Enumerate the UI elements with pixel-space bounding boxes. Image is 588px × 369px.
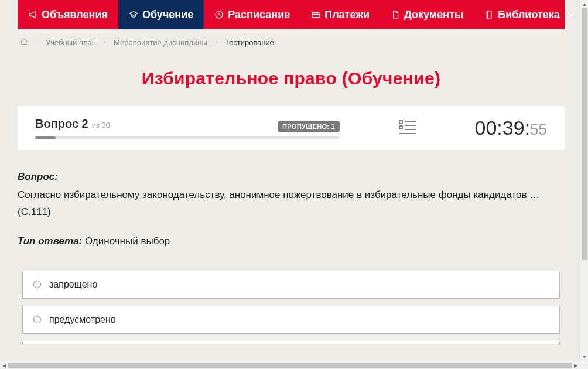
radio-icon [33,281,41,288]
question-list-button[interactable] [398,119,417,138]
progress-bar: ПРОПУЩЕНО: 1 [35,136,340,139]
nav-payments[interactable]: Платежи [300,0,380,29]
document-icon [391,10,400,19]
progress-fill [35,136,56,139]
question-progress: Вопрос 2 из 30 ПРОПУЩЕНО: 1 [35,117,340,139]
radio-icon [33,316,41,323]
option-text: предусмотрено [49,315,116,325]
chevron-right-icon [213,38,219,47]
svg-rect-2 [399,121,402,124]
nav-label: Документы [404,9,463,21]
chevron-right-icon [102,38,108,47]
scroll-thumb[interactable] [582,8,587,260]
nav-label: Обучение [142,9,193,21]
clock-icon [214,10,224,19]
scroll-right-arrow[interactable]: ▶ [572,361,580,369]
megaphone-icon [28,10,37,19]
answer-type-value: Одиночный выбор [85,235,170,247]
breadcrumb-discipline-event[interactable]: Мероприятие дисциплины [114,38,207,47]
scroll-left-arrow[interactable]: ◀ [0,361,8,369]
answer-type-label: Тип ответа: [18,235,82,247]
skipped-badge: ПРОПУЩЕНО: 1 [278,121,340,132]
answer-type: Тип ответа: Одиночный выбор [18,235,565,247]
nav-documents[interactable]: Документы [380,0,474,29]
timer-seconds: 55 [530,121,547,139]
nav-announcements[interactable]: Объявления [18,0,118,29]
svg-rect-3 [399,126,402,129]
nav-label: Расписание [228,9,290,21]
answer-option[interactable]: предусмотрено [22,306,560,334]
breadcrumb: Учебный план Мероприятие дисциплины Тест… [18,29,565,56]
payment-icon [311,10,320,19]
breadcrumb-study-plan[interactable]: Учебный план [46,38,96,47]
nav-library[interactable]: Библиотека [474,0,582,29]
scroll-up-arrow[interactable]: ▲ [580,0,588,8]
book-icon [484,10,494,19]
nav-learning[interactable]: Обучение [118,0,204,29]
timer: 00:39:55 [475,117,547,139]
chevron-right-icon [34,38,40,47]
question-total: из 30 [92,121,110,129]
status-card: Вопрос 2 из 30 ПРОПУЩЕНО: 1 [18,106,565,150]
nav-label: Объявления [42,9,108,21]
home-icon[interactable] [20,37,28,47]
answer-option[interactable]: запрещено [22,271,560,299]
page-title: Избирательное право (Обучение) [18,69,565,88]
main-nav: Объявления Обучение Расписание Платежи [18,0,565,29]
graduation-icon [129,10,138,19]
nav-label: Платежи [324,9,370,21]
question-label: Вопрос: [18,171,565,183]
question-block: Вопрос: Согласно избирательному законода… [18,171,565,218]
svg-rect-1 [312,13,319,18]
answer-option-partial[interactable] [22,341,560,344]
horizontal-scrollbar[interactable]: ◀ ▶ [0,361,588,369]
question-current: Вопрос 2 [35,117,88,131]
vertical-scrollbar[interactable]: ▲ ▼ [580,0,588,361]
scroll-down-arrow[interactable]: ▼ [580,353,588,361]
nav-label: Библиотека [498,9,560,21]
option-text: запрещено [49,279,97,290]
nav-schedule[interactable]: Расписание [204,0,300,29]
question-reference: (С.111) [18,206,565,218]
breadcrumb-current: Тестирование [225,38,274,47]
scroll-thumb[interactable] [8,363,572,368]
timer-main: 00:39: [475,117,531,139]
chevron-down-icon [566,10,576,19]
question-text: Согласно избирательному законодательству… [18,187,565,203]
